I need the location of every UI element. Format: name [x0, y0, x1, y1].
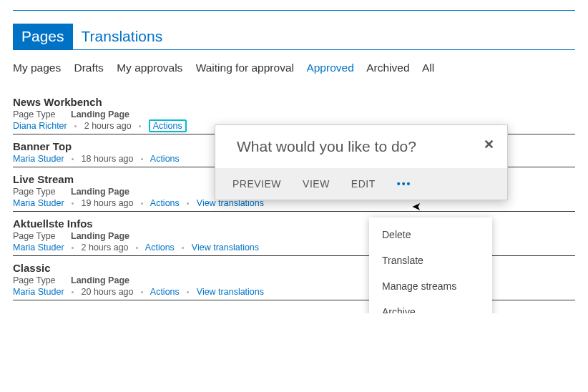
popup-action-preview[interactable]: PREVIEW [232, 178, 281, 190]
page-type-value: Landing Page [71, 275, 129, 285]
popup-title: What would you like to do? [237, 138, 416, 155]
author-link[interactable]: Diana Richter [13, 121, 67, 131]
dropdown-delete[interactable]: Delete [369, 222, 492, 248]
filter-my-pages[interactable]: My pages [13, 62, 61, 74]
page-type-value: Landing Page [71, 231, 129, 241]
separator-dot [182, 247, 184, 249]
view-translations-link[interactable]: View translations [192, 242, 259, 253]
popup-action-edit[interactable]: EDIT [351, 178, 376, 190]
author-link[interactable]: Maria Studer [13, 198, 64, 208]
popup-header: What would you like to do? ✕ [215, 125, 507, 168]
page-type-label: Page Type [13, 275, 56, 285]
popup-action-bar: PREVIEW VIEW EDIT ••• [215, 168, 507, 200]
more-icon[interactable]: ••• [397, 178, 412, 190]
author-link[interactable]: Maria Studer [13, 154, 64, 164]
actions-link[interactable]: Actions [145, 242, 175, 253]
filter-archived[interactable]: Archived [366, 62, 409, 74]
dropdown-archive[interactable]: Archive [369, 299, 492, 313]
actions-link[interactable]: Actions [149, 119, 187, 132]
filter-waiting[interactable]: Waiting for approval [196, 62, 294, 74]
separator-dot [72, 247, 74, 249]
close-icon[interactable]: ✕ [484, 138, 494, 151]
page-title: News Workbench [13, 96, 575, 108]
filter-drafts[interactable]: Drafts [74, 62, 104, 74]
separator-dot [74, 125, 77, 127]
separator-dot [139, 125, 141, 127]
separator-dot [72, 202, 74, 205]
page-type-line: Page Type Landing Page [13, 109, 575, 119]
primary-tabs: Pages Translations [13, 24, 575, 50]
separator-dot [141, 202, 143, 205]
actions-popup: What would you like to do? ✕ PREVIEW VIE… [215, 124, 508, 200]
separator-dot [136, 247, 138, 249]
cursor-icon: ➤ [412, 200, 421, 213]
page-type-value: Landing Page [71, 187, 129, 197]
more-dropdown: Delete Translate Manage streams Archive … [369, 217, 492, 313]
author-link[interactable]: Maria Studer [13, 287, 64, 297]
actions-link[interactable]: Actions [150, 198, 180, 208]
separator-dot [141, 158, 143, 160]
popup-action-view[interactable]: VIEW [303, 178, 330, 190]
author-link[interactable]: Maria Studer [13, 242, 64, 253]
filter-all[interactable]: All [422, 62, 434, 74]
separator-dot [187, 291, 189, 293]
tab-pages[interactable]: Pages [13, 24, 73, 49]
separator-dot [187, 202, 189, 205]
separator-dot [72, 291, 74, 293]
dropdown-manage-streams[interactable]: Manage streams [369, 273, 492, 299]
header-rule [13, 10, 575, 11]
time-ago: 20 hours ago [82, 287, 134, 297]
filter-approved[interactable]: Approved [306, 62, 353, 74]
time-ago: 19 hours ago [82, 198, 134, 208]
time-ago: 18 hours ago [82, 154, 134, 164]
actions-link[interactable]: Actions [150, 154, 180, 164]
page-type-label: Page Type [13, 231, 56, 241]
time-ago: 2 hours ago [84, 121, 132, 131]
tab-translations[interactable]: Translations [73, 24, 172, 49]
separator-dot [72, 158, 74, 160]
filter-tabs: My pages Drafts My approvals Waiting for… [13, 62, 575, 74]
dropdown-translate[interactable]: Translate [369, 248, 492, 273]
page-type-label: Page Type [13, 109, 56, 119]
page-type-label: Page Type [13, 187, 56, 197]
view-translations-link[interactable]: View translations [197, 287, 264, 297]
time-ago: 2 hours ago [82, 242, 129, 253]
filter-my-approvals[interactable]: My approvals [117, 62, 182, 74]
separator-dot [141, 291, 143, 293]
actions-link[interactable]: Actions [150, 287, 180, 297]
page-type-value: Landing Page [71, 109, 129, 119]
